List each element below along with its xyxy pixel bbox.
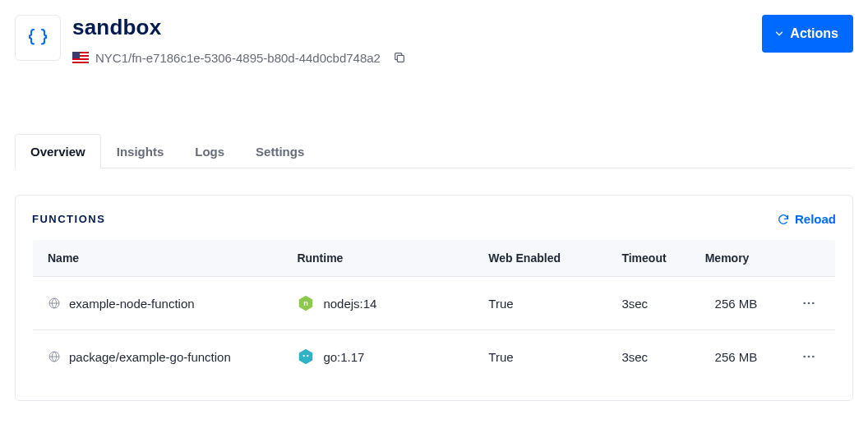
col-memory: Memory xyxy=(690,240,782,277)
reload-label: Reload xyxy=(795,212,836,226)
app-title: sandbox xyxy=(72,15,762,40)
reload-button[interactable]: Reload xyxy=(777,212,836,226)
timeout-value: 3sec xyxy=(607,330,690,384)
svg-point-10 xyxy=(307,355,308,357)
svg-rect-0 xyxy=(397,55,404,62)
row-actions-button[interactable] xyxy=(797,292,820,315)
col-actions xyxy=(782,240,835,277)
table-row: package/example-go-function go:1.17 True… xyxy=(33,330,836,384)
actions-button[interactable]: Actions xyxy=(762,15,853,53)
timeout-value: 3sec xyxy=(607,277,690,330)
tab-insights[interactable]: Insights xyxy=(101,134,180,168)
tab-logs[interactable]: Logs xyxy=(179,134,240,168)
table-row: example-node-function n nodejs:14 True 3… xyxy=(33,277,836,330)
functions-braces-icon xyxy=(25,25,50,50)
tab-bar: Overview Insights Logs Settings xyxy=(15,134,853,168)
col-name: Name xyxy=(33,240,283,277)
globe-icon xyxy=(48,350,61,363)
us-flag-icon xyxy=(72,52,89,63)
svg-point-9 xyxy=(303,355,305,357)
copy-id-button[interactable] xyxy=(389,47,410,68)
svg-marker-8 xyxy=(299,349,313,364)
function-name[interactable]: example-node-function xyxy=(69,297,195,311)
svg-point-4 xyxy=(803,302,806,305)
svg-point-11 xyxy=(803,356,806,358)
globe-icon xyxy=(48,297,61,310)
functions-panel-title: FUNCTIONS xyxy=(32,213,105,225)
actions-label: Actions xyxy=(790,26,838,41)
col-runtime: Runtime xyxy=(282,240,473,277)
row-actions-button[interactable] xyxy=(797,345,820,368)
memory-value: 256 MB xyxy=(690,277,782,330)
col-web-enabled: Web Enabled xyxy=(473,240,607,277)
ellipsis-icon xyxy=(801,349,816,364)
tab-settings[interactable]: Settings xyxy=(240,134,320,168)
reload-icon xyxy=(777,213,790,226)
chevron-down-icon xyxy=(773,28,785,39)
function-name[interactable]: package/example-go-function xyxy=(69,350,231,364)
svg-point-6 xyxy=(811,302,814,305)
region-label: NYC1 xyxy=(95,51,128,65)
go-icon xyxy=(297,348,315,366)
memory-value: 256 MB xyxy=(690,330,782,384)
svg-text:n: n xyxy=(304,299,309,307)
svg-point-13 xyxy=(811,356,814,358)
copy-icon xyxy=(393,51,406,64)
functions-logo xyxy=(15,15,61,61)
runtime-label: nodejs:14 xyxy=(323,297,376,311)
resource-id: fn-e7186c1e-5306-4895-b80d-44d0cbd748a2 xyxy=(132,51,381,65)
ellipsis-icon xyxy=(801,296,816,311)
svg-point-12 xyxy=(807,356,810,358)
functions-panel: FUNCTIONS Reload Name Runtime Web Enable… xyxy=(15,195,853,401)
web-enabled-value: True xyxy=(473,330,607,384)
col-timeout: Timeout xyxy=(607,240,690,277)
web-enabled-value: True xyxy=(473,277,607,330)
functions-table: Name Runtime Web Enabled Timeout Memory … xyxy=(32,239,836,384)
nodejs-icon: n xyxy=(297,294,315,312)
runtime-label: go:1.17 xyxy=(323,350,364,364)
tab-overview[interactable]: Overview xyxy=(15,134,101,168)
svg-point-5 xyxy=(807,302,810,305)
